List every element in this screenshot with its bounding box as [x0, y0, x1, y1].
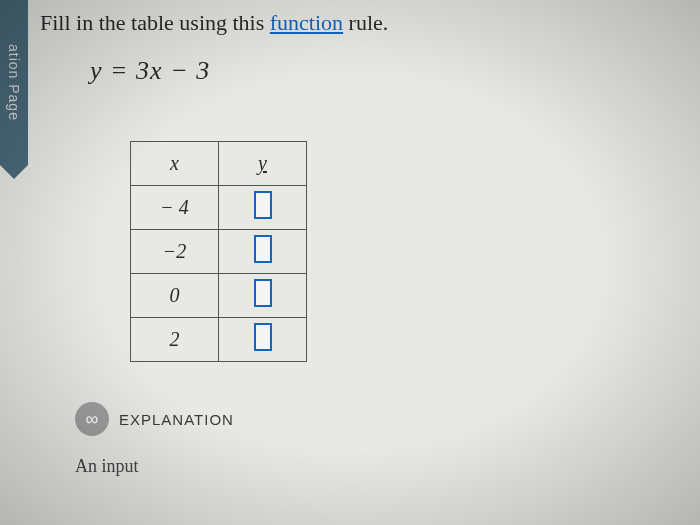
- instruction-prefix: Fill in the table using this: [40, 10, 270, 35]
- table-header-y: y: [219, 142, 307, 186]
- function-link[interactable]: function: [270, 10, 343, 35]
- y-input-cell: [219, 274, 307, 318]
- infinity-icon: ∞: [75, 402, 109, 436]
- footer-partial-text: An input: [75, 456, 690, 477]
- table-row: 2: [131, 318, 307, 362]
- y-input-cell: [219, 318, 307, 362]
- answer-input-box[interactable]: [254, 235, 272, 263]
- explanation-label: EXPLANATION: [119, 411, 234, 428]
- answer-input-box[interactable]: [254, 279, 272, 307]
- main-content: Fill in the table using this function ru…: [40, 10, 690, 477]
- function-table: x y − 4 −2 0 2: [130, 141, 690, 362]
- x-value: −2: [131, 230, 219, 274]
- x-value: 2: [131, 318, 219, 362]
- table-row: − 4: [131, 186, 307, 230]
- function-rule-equation: y = 3x − 3: [90, 56, 690, 86]
- x-value: − 4: [131, 186, 219, 230]
- explanation-section[interactable]: ∞ EXPLANATION: [75, 402, 690, 436]
- instruction-text: Fill in the table using this function ru…: [40, 10, 690, 36]
- answer-input-box[interactable]: [254, 191, 272, 219]
- table-row: 0: [131, 274, 307, 318]
- x-value: 0: [131, 274, 219, 318]
- side-navigation-tab[interactable]: ation Page: [0, 0, 28, 165]
- y-input-cell: [219, 186, 307, 230]
- y-input-cell: [219, 230, 307, 274]
- table-header-x: x: [131, 142, 219, 186]
- side-tab-label: ation Page: [6, 44, 22, 121]
- instruction-suffix: rule.: [343, 10, 388, 35]
- answer-input-box[interactable]: [254, 323, 272, 351]
- table-row: −2: [131, 230, 307, 274]
